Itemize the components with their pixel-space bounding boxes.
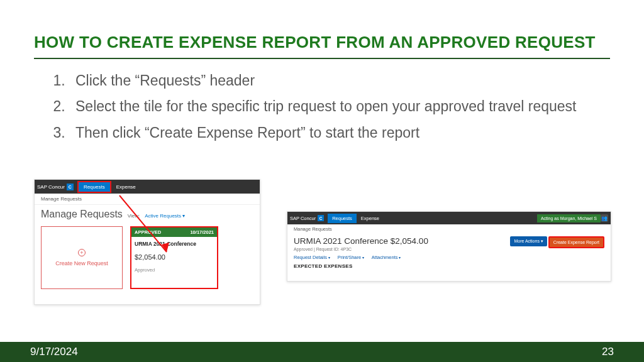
acting-as-badge[interactable]: Acting as Morgan, Michael S <box>537 214 601 222</box>
step-2: Select the tile for the specific trip re… <box>69 96 579 117</box>
link-attachments[interactable]: Attachments <box>372 255 401 260</box>
link-print-share[interactable]: Print/Share <box>338 255 364 260</box>
svg-line-0 <box>119 195 167 252</box>
sap-concur-logo: SAP Concur C <box>290 215 324 221</box>
footer-page-number: 23 <box>602 346 614 358</box>
instruction-steps: Click the “Requests” header Select the t… <box>50 70 579 148</box>
breadcrumb: Manage Requests <box>287 224 611 234</box>
request-detail-links: Request Details Print/Share Attachments <box>287 253 611 262</box>
expected-expenses-heading: EXPECTED EXPENSES <box>287 262 611 270</box>
create-expense-report-button[interactable]: Create Expense Report <box>548 236 604 248</box>
tab-expense[interactable]: Expense <box>357 214 384 223</box>
request-title: URMIA 2021 Conference $2,054.00 <box>294 236 428 246</box>
concur-logo-icon: C <box>67 184 74 190</box>
tab-requests[interactable]: Requests <box>328 214 357 223</box>
create-new-request-label: Create New Request <box>55 260 108 266</box>
footer-date: 9/17/2024 <box>30 346 78 358</box>
concur-header: SAP Concur C Requests Expense Acting as … <box>287 212 611 224</box>
concur-logo-icon: C <box>318 215 324 221</box>
sap-concur-logo: SAP Concur C <box>37 184 74 190</box>
request-date: 10/17/2021 <box>190 229 214 235</box>
callout-arrow-icon <box>116 192 179 268</box>
brand-text: SAP Concur <box>290 216 316 221</box>
more-actions-button[interactable]: More Actions ▾ <box>510 236 547 246</box>
page-title: HOW TO CREATE EXPENSE REPORT FROM AN APP… <box>34 33 596 52</box>
step-3: Then click “Create Expense Report” to st… <box>69 123 579 143</box>
step-1: Click the “Requests” header <box>69 70 579 91</box>
heading-text: Manage Requests <box>41 209 123 220</box>
slide: HOW TO CREATE EXPENSE REPORT FROM AN APP… <box>0 0 644 362</box>
title-underline <box>34 58 610 59</box>
brand-text: SAP Concur <box>37 184 65 190</box>
screenshot-manage-requests: SAP Concur C Requests Expense Manage Req… <box>34 179 260 305</box>
create-new-request-tile[interactable]: + Create New Request <box>41 226 123 289</box>
acting-as-text: Acting as Morgan, Michael S <box>541 216 597 221</box>
concur-header: SAP Concur C Requests Expense <box>35 180 260 194</box>
screenshot-request-detail: SAP Concur C Requests Expense Acting as … <box>287 211 611 282</box>
user-switch-icon[interactable]: 👥 <box>601 214 608 222</box>
request-meta: Approved | Request ID: 4P3C <box>294 247 428 251</box>
tab-expense[interactable]: Expense <box>111 182 141 192</box>
slide-footer: 9/17/2024 23 <box>0 342 644 362</box>
tab-requests[interactable]: Requests <box>77 181 111 193</box>
link-request-details[interactable]: Request Details <box>294 255 330 260</box>
plus-icon: + <box>78 249 86 256</box>
